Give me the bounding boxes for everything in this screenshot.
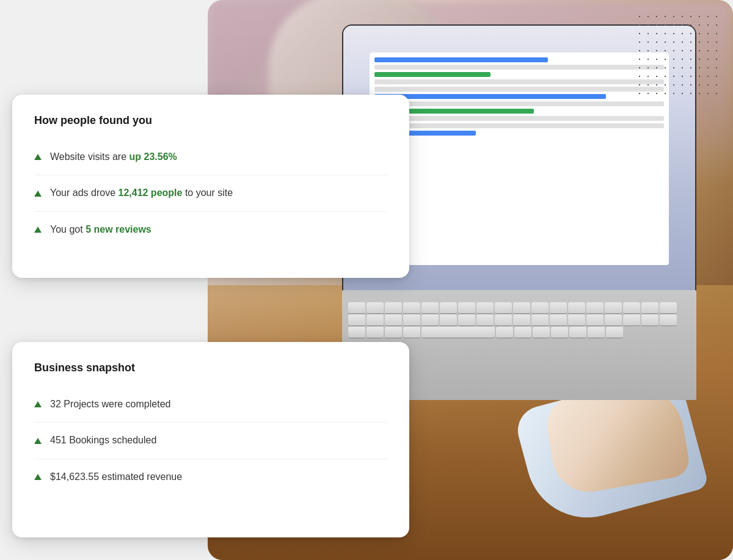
arrow-up-icon-1 [34,154,42,160]
key-15 [605,302,622,313]
key-7 [458,302,475,313]
key-39 [385,327,402,338]
key-27 [495,315,512,325]
card-bottom-item-3: $14,623.55 estimated revenue [34,459,387,495]
screen-bar-9 [374,116,664,121]
key-28 [513,315,530,325]
arrow-up-icon-3 [34,227,42,233]
key-44 [551,327,568,338]
screen-bar-10 [374,123,664,128]
highlight-2: 12,412 people [118,187,182,198]
card-top-item-2: Your ads drove 12,412 people to your sit… [34,175,387,211]
card-bottom-item-1: 32 Projects were completed [34,387,387,423]
key-23 [421,315,439,325]
card-business-snapshot: Business snapshot 32 Projects were compl… [12,342,409,537]
key-1 [348,302,365,313]
key-38 [366,327,384,338]
arrow-up-icon-2 [34,191,42,197]
key-3 [385,302,402,313]
key-36 [660,315,677,325]
key-40 [403,327,420,338]
item-text-1: Website visits are up 23.56% [50,150,177,164]
screen-bar-6 [374,94,606,99]
key-8 [476,302,494,313]
item-text-3: You got 5 new reviews [50,223,151,236]
item-text-6: $14,623.55 estimated revenue [50,470,182,484]
key-13 [568,302,585,313]
card-top-item-1: Website visits are up 23.56% [34,139,387,175]
dot-pattern [635,12,721,98]
key-46 [588,327,605,338]
screen-bar-7 [374,101,664,106]
key-47 [606,327,623,338]
key-32 [586,315,604,325]
key-42 [514,327,531,338]
arrow-up-icon-4 [34,401,42,407]
key-24 [440,315,457,325]
arrow-up-icon-6 [34,474,42,480]
key-45 [569,327,586,338]
item-text-5: 451 Bookings scheduled [50,434,156,447]
key-17 [641,302,658,313]
card-bottom-title: Business snapshot [34,362,387,374]
screen-bar-1 [374,57,548,62]
key-31 [568,315,585,325]
key-34 [623,315,640,325]
key-22 [403,315,420,325]
key-6 [440,302,457,313]
key-37 [348,327,365,338]
key-20 [366,315,384,325]
key-33 [605,315,622,325]
key-5 [421,302,439,313]
key-25 [458,315,475,325]
card-bottom-item-2: 451 Bookings scheduled [34,423,387,459]
key-9 [495,302,512,313]
card-how-found: How people found you Website visits are … [12,95,409,278]
key-10 [513,302,530,313]
key-18 [660,302,677,313]
key-14 [586,302,604,313]
screen-bar-4 [374,79,664,84]
highlight-1: up 23.56% [129,151,177,162]
highlight-3: 5 new reviews [86,224,151,235]
screen-bar-3 [374,72,490,77]
key-35 [641,315,658,325]
card-top-item-3: You got 5 new reviews [34,212,387,247]
item-text-4: 32 Projects were completed [50,398,170,411]
key-29 [531,315,549,325]
laptop-screen-content [370,53,669,266]
key-12 [550,302,567,313]
key-43 [533,327,550,338]
key-26 [476,315,494,325]
screen-bar-5 [374,87,664,92]
key-space [421,327,495,338]
screen-bar-2 [374,65,664,70]
key-4 [403,302,420,313]
key-16 [623,302,640,313]
key-11 [531,302,549,313]
arrow-up-icon-5 [34,438,42,444]
key-21 [385,315,402,325]
key-30 [550,315,567,325]
item-text-2: Your ads drove 12,412 people to your sit… [50,186,233,200]
key-19 [348,315,365,325]
key-41 [496,327,513,338]
card-top-title: How people found you [34,114,387,127]
key-2 [366,302,384,313]
